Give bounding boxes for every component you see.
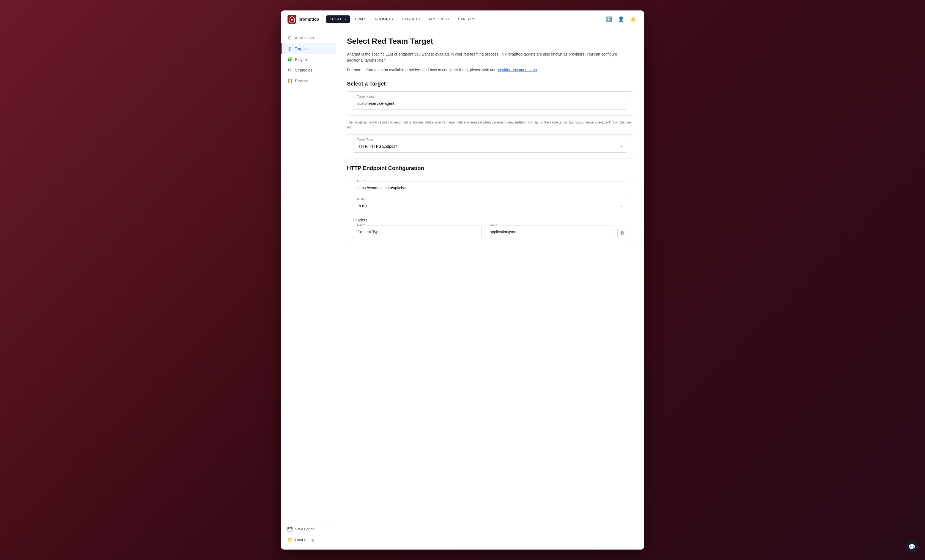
header-name-label: Name [356,223,366,227]
headers-section: Headers Name Value 🗑 [353,218,627,238]
header-value-label: Value [488,223,498,227]
user-icon: 👤 [618,16,624,22]
logo-icon [288,15,296,24]
navbar: promptfoo CREATE ▾ EVALS PROMPTS DATASET… [281,11,644,28]
theme-button[interactable]: ☀️ [629,15,637,24]
nav-items: CREATE ▾ EVALS PROMPTS DATASETS PROGRESS… [326,15,602,23]
url-required-marker: * [363,179,365,183]
remove-header-button[interactable]: 🗑 [618,228,627,238]
sidebar: ⊞ Application ◎ Targets 🧩 Plugins ⚙ Stra… [281,28,336,549]
target-name-field: Target Name * [353,97,627,110]
sidebar-item-plugins[interactable]: 🧩 Plugins [281,54,336,65]
save-icon: 💾 [287,527,292,532]
http-config-card: URL * Method POST GET PUT PATCH DELETE [347,176,633,244]
target-name-input[interactable] [353,97,627,110]
target-type-field: Target Type HTTP/HTTPS Endpoint OpenAI C… [353,140,627,153]
review-icon: 📋 [287,78,292,83]
header-value-input[interactable] [485,226,614,238]
url-label: URL * [356,179,366,183]
url-input[interactable] [353,182,627,194]
user-button[interactable]: 👤 [616,15,625,24]
sidebar-item-application[interactable]: ⊞ Application [281,32,336,43]
method-label: Method [356,197,368,201]
url-field: URL * [353,182,627,194]
header-name-field: Name [353,226,482,238]
plugin-icon: 🧩 [287,57,292,62]
header-value-field: Value [485,226,614,238]
main-layout: ⊞ Application ◎ Targets 🧩 Plugins ⚙ Stra… [281,28,644,549]
grid-icon: ⊞ [287,35,292,41]
description-2: For more information on available provid… [347,67,633,73]
sidebar-item-strategies[interactable]: ⚙ Strategies [281,65,336,75]
nav-evals[interactable]: EVALS [351,15,370,23]
logo-area: promptfoo [288,15,319,24]
strategies-icon: ⚙ [287,68,292,72]
required-marker: * [374,95,377,98]
headers-title: Headers [353,218,627,222]
method-field: Method POST GET PUT PATCH DELETE [353,200,627,212]
target-name-label: Target Name * [356,95,378,98]
folder-icon: 📁 [287,537,292,542]
logo-text: promptfoo [298,17,319,21]
target-name-helper: The target name will be used to report v… [347,120,633,130]
load-config-button[interactable]: 📁 Load Config [281,534,336,545]
trash-icon: 🗑 [620,230,625,236]
sidebar-item-targets[interactable]: ◎ Targets [281,43,336,54]
nav-prompts[interactable]: PROMPTS [371,15,397,23]
info-button[interactable]: ℹ️ [604,15,613,24]
description-1: A target is the specific LLM or endpoint… [347,51,633,63]
page-title: Select Red Team Target [347,37,633,46]
nav-progress[interactable]: PROGRESS [425,15,453,23]
chevron-down-icon: ▾ [345,18,346,21]
nav-careers[interactable]: CAREERS [454,15,479,23]
method-select[interactable]: POST GET PUT PATCH DELETE [353,200,627,212]
theme-icon: ☀️ [630,16,636,22]
target-name-card: Target Name * [347,91,633,116]
endpoint-config-title: HTTP Endpoint Configuration [347,165,633,172]
main-content: Select Red Team Target A target is the s… [336,28,644,549]
sidebar-nav: ⊞ Application ◎ Targets 🧩 Plugins ⚙ Stra… [281,32,336,520]
app-window: promptfoo CREATE ▾ EVALS PROMPTS DATASET… [281,11,644,549]
svg-point-2 [291,19,293,21]
nav-datasets[interactable]: DATASETS [398,15,424,23]
select-target-title: Select a Target [347,81,633,87]
sidebar-bottom: 💾 Save Config 📁 Load Config [281,520,336,545]
sidebar-item-review[interactable]: 📋 Review [281,75,336,86]
headers-row: Name Value 🗑 [353,226,627,238]
info-icon: ℹ️ [606,16,612,22]
nav-right: ℹ️ 👤 ☀️ [604,15,637,24]
provider-doc-link[interactable]: provider documentation [497,68,537,72]
nav-create[interactable]: CREATE ▾ [326,15,350,23]
target-type-label: Target Type [356,138,374,141]
save-config-button[interactable]: 💾 Save Config [281,524,336,534]
target-type-select[interactable]: HTTP/HTTPS Endpoint OpenAI Compatible An… [353,140,627,153]
target-type-card: Target Type HTTP/HTTPS Endpoint OpenAI C… [347,134,633,158]
header-name-input[interactable] [353,226,482,238]
target-icon: ◎ [287,46,292,51]
chat-button[interactable]: 💬 [905,540,918,553]
chat-icon: 💬 [908,543,915,550]
